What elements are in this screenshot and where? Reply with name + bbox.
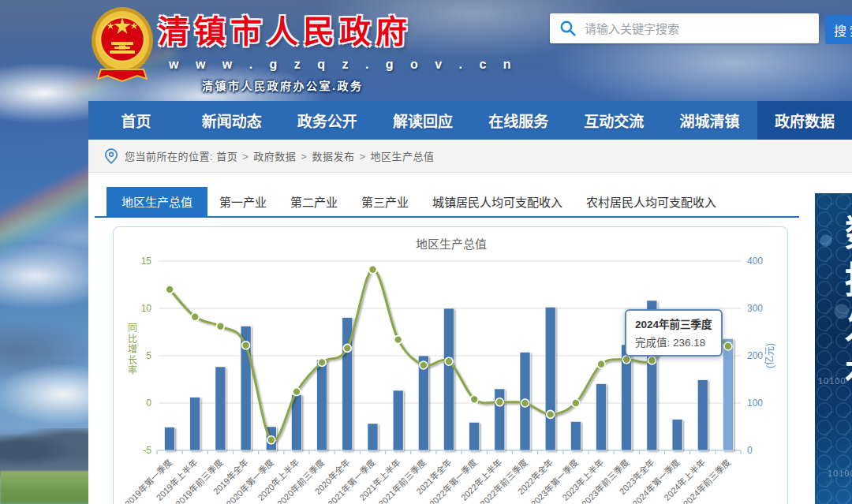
banner-vertical-text: 数据发布 [834,214,852,403]
bar-2020年前三季度[interactable] [317,360,327,450]
nav-item-3[interactable]: 解读回应 [375,101,470,140]
search-input[interactable] [585,22,819,35]
line-marker-2021年全年[interactable] [445,357,453,365]
site-identity: 清镇市人民政府 w w w . g z q z . g o v . c n 清镇… [158,6,552,93]
bar-2021年前三季度[interactable] [418,356,428,450]
left-axis-tick: 5 [146,350,151,361]
nav-item-6[interactable]: 湖城清镇 [662,101,757,140]
bar-2019年前三季度[interactable] [215,367,226,450]
bar-2021年上半年[interactable] [393,390,403,450]
search-button[interactable]: 搜索 [825,15,852,44]
line-marker-2019年上半年[interactable] [191,313,199,321]
bar-2023年上半年[interactable] [596,384,607,450]
bar-2022年全年[interactable] [545,307,555,450]
search-box [550,13,819,43]
bar-2021年第一季度[interactable] [368,424,378,450]
bar-2024年上半年[interactable] [697,380,708,450]
breadcrumb-prefix: 您当前所在的位置: [125,151,216,162]
line-marker-2022年前三季度[interactable] [521,399,529,407]
breadcrumb-trail: 您当前所在的位置: 首页>政府数据>数据发布>地区生产总值 [125,148,435,163]
left-axis-tick: 0 [146,398,151,409]
bar-2023年第一季度[interactable] [570,421,581,450]
breadcrumb-link-1[interactable]: 政府数据 [253,151,296,162]
line-marker-2023年上半年[interactable] [597,360,605,368]
line-marker-2023年全年[interactable] [648,357,656,364]
right-axis-tick: 400 [747,256,763,267]
tooltip-value: 完成值: 236.18 [635,334,712,349]
national-emblem-logo [90,5,155,88]
bar-2019年上半年[interactable] [190,398,200,450]
tab-1[interactable]: 第一产业 [207,187,278,216]
tab-2[interactable]: 第二产业 [278,187,349,216]
main-content: 地区生产总值第一产业第二产业第三产业城镇居民人均可支配收入农村居民人均可支配收入… [88,173,852,504]
sidebar-banner[interactable]: 数据发布 10100 10100 [815,193,852,504]
left-axis-title: 同比增长率 [128,323,137,376]
breadcrumb-separator: > [359,151,365,162]
line-marker-2022年上半年[interactable] [495,398,503,406]
tab-0[interactable]: 地区生产总值 [106,187,207,216]
line-marker-2023年前三季度[interactable] [622,356,630,364]
page: 清镇市人民政府 w w w . g z q z . g o v . c n 清镇… [0,0,852,504]
left-axis-tick: 15 [141,256,152,267]
bar-2022年第一季度[interactable] [469,422,480,450]
line-marker-2021年前三季度[interactable] [420,361,428,369]
line-marker-2020年第一季度[interactable] [267,436,275,444]
chart-title: 地区生产总值 [416,237,487,251]
line-marker-2021年第一季度[interactable] [368,266,376,274]
banner-binary-digits: 10100 [818,376,846,386]
nav-item-7[interactable]: 政府数据 [757,101,852,140]
line-marker-2024年前三季度[interactable] [724,342,732,350]
breadcrumb-link-3[interactable]: 地区生产总值 [371,151,435,162]
tooltip-title: 2024年前三季度 [635,315,712,331]
chart-tooltip: 2024年前三季度 完成值: 236.18 [625,309,723,357]
tab-4[interactable]: 城镇居民人均可支配收入 [420,187,574,216]
chart-panel: 地区生产总值154001030052000100-50同比增长率(亿元)2019… [113,226,788,504]
gdp-chart: 地区生产总值154001030052000100-50同比增长率(亿元)2019… [114,227,789,504]
bar-2020年上半年[interactable] [291,394,301,450]
bar-2021年全年[interactable] [444,308,454,450]
line-marker-2019年前三季度[interactable] [216,323,224,330]
tab-underline [95,216,799,218]
line-marker-2021年上半年[interactable] [394,336,402,344]
line-marker-2022年第一季度[interactable] [470,395,478,403]
nav-item-2[interactable]: 政务公开 [279,101,375,140]
site-subtitle: 清镇市人民政府办公室.政务 [202,77,552,93]
breadcrumb-link-0[interactable]: 首页 [216,151,237,162]
line-marker-2020年全年[interactable] [343,344,351,352]
right-axis-tick: 100 [747,398,763,409]
breadcrumb-link-2[interactable]: 数据发布 [312,151,354,162]
breadcrumb-separator: > [301,151,307,162]
line-marker-2023年第一季度[interactable] [572,399,580,407]
line-marker-2020年前三季度[interactable] [318,358,326,366]
banner-binary-digits: 10100 [828,469,852,478]
right-axis-tick: 200 [747,350,763,361]
bar-2024年前三季度[interactable] [723,338,733,450]
site-url: w w w . g z q z . g o v . c n [169,58,552,72]
site-header: 清镇市人民政府 w w w . g z q z . g o v . c n 清镇… [0,0,852,101]
tab-3[interactable]: 第三产业 [349,187,420,216]
right-axis-title: (亿元) [764,343,775,368]
breadcrumb-separator: > [242,151,248,162]
line-marker-2022年全年[interactable] [547,410,555,418]
right-axis-tick: 0 [747,445,753,456]
bar-2019年第一季度[interactable] [165,427,175,450]
nav-item-4[interactable]: 在线服务 [471,101,566,140]
search-icon [559,20,577,37]
right-axis-tick: 300 [747,303,763,314]
main-nav: 首页新闻动态政务公开解读回应在线服务互动交流湖城清镇政府数据 [88,101,852,140]
left-axis-tick: -5 [143,445,151,456]
nav-item-1[interactable]: 新闻动态 [184,101,279,140]
nav-item-0[interactable]: 首页 [88,101,184,140]
line-marker-2020年上半年[interactable] [293,388,301,396]
left-axis-tick: 10 [141,303,152,314]
line-marker-2019年第一季度[interactable] [166,286,174,293]
line-marker-2019年全年[interactable] [242,342,250,349]
breadcrumb: 您当前所在的位置: 首页>政府数据>数据发布>地区生产总值 [88,140,852,173]
nav-item-5[interactable]: 互动交流 [566,101,662,140]
location-pin-icon [104,148,118,164]
site-title: 清镇市人民政府 [158,6,552,52]
tab-5[interactable]: 农村居民人均可支配收入 [574,187,728,216]
bar-2024年第一季度[interactable] [672,420,682,450]
data-category-tabs: 地区生产总值第一产业第二产业第三产业城镇居民人均可支配收入农村居民人均可支配收入 [106,187,728,216]
